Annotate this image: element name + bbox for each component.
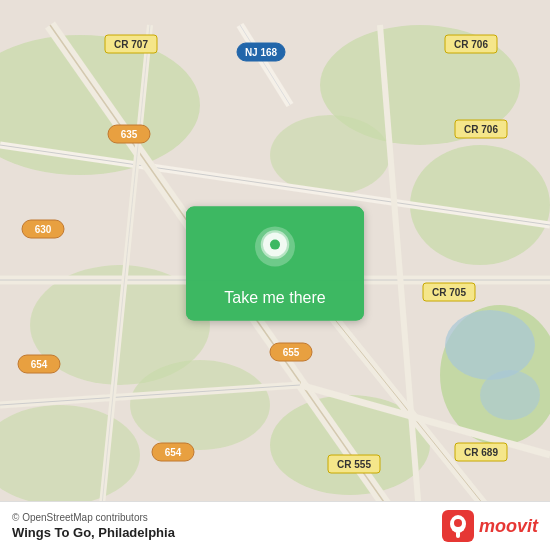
svg-text:630: 630 <box>35 224 52 235</box>
svg-text:655: 655 <box>283 347 300 358</box>
svg-point-9 <box>270 115 390 195</box>
svg-text:CR 689: CR 689 <box>464 447 498 458</box>
svg-text:654: 654 <box>165 447 182 458</box>
svg-text:CR 706: CR 706 <box>454 39 488 50</box>
moovit-logo: moovit <box>442 510 538 542</box>
svg-text:635: 635 <box>121 129 138 140</box>
location-pin-icon <box>253 225 297 269</box>
moovit-icon <box>442 510 474 542</box>
map-attribution: © OpenStreetMap contributors <box>12 512 175 523</box>
moovit-logo-text: moovit <box>479 516 538 537</box>
svg-text:CR 705: CR 705 <box>432 287 466 298</box>
svg-text:654: 654 <box>31 359 48 370</box>
pin-area <box>186 207 364 281</box>
take-me-there-button[interactable]: Take me there <box>186 207 364 321</box>
svg-point-10 <box>445 310 535 380</box>
location-name: Wings To Go, Philadelphia <box>12 525 175 540</box>
map-container: CR 707 NJ 168 CR 706 CR 706 635 630 654 … <box>0 0 550 550</box>
svg-point-7 <box>130 360 270 450</box>
svg-point-11 <box>480 370 540 420</box>
svg-text:CR 555: CR 555 <box>337 459 371 470</box>
svg-point-58 <box>454 519 462 527</box>
bottom-bar: © OpenStreetMap contributors Wings To Go… <box>0 501 550 550</box>
svg-text:CR 706: CR 706 <box>464 124 498 135</box>
bottom-left: © OpenStreetMap contributors Wings To Go… <box>12 512 175 540</box>
svg-text:CR 707: CR 707 <box>114 39 148 50</box>
svg-rect-59 <box>456 531 460 538</box>
take-me-there-label: Take me there <box>186 281 364 321</box>
svg-text:NJ 168: NJ 168 <box>245 47 278 58</box>
